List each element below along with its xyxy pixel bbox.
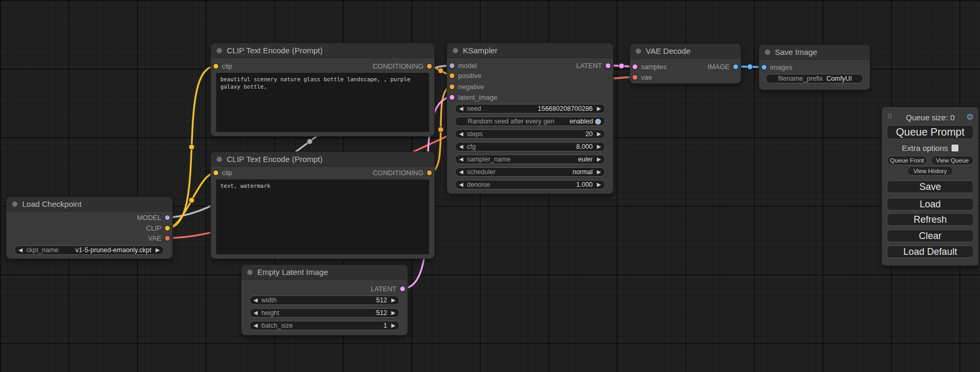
arrow-right-icon[interactable]: ▶	[597, 131, 601, 137]
arrow-left-icon[interactable]: ◀	[254, 323, 258, 328]
arrow-left-icon[interactable]: ◀	[459, 157, 463, 162]
output-slot-vae[interactable]: VAE	[148, 233, 170, 243]
latent-output-port[interactable]	[400, 287, 405, 291]
drag-handle-icon[interactable]: ⠿	[887, 112, 892, 120]
node-collapse-dot[interactable]	[247, 270, 253, 275]
conditioning-input-port[interactable]	[450, 73, 454, 78]
view-history-button[interactable]: View History	[907, 166, 953, 176]
extra-options-checkbox[interactable]	[952, 145, 958, 151]
arrow-right-icon[interactable]: ▶	[391, 323, 395, 328]
positive-prompt-textarea[interactable]: beautiful scenery nature glass bottle la…	[216, 73, 429, 132]
height-widget[interactable]: ◀ height 512 ▶	[249, 308, 400, 318]
seed-widget[interactable]: ◀ seed 156680208700286 ▶	[455, 104, 605, 113]
link-midpoint-dot[interactable]	[189, 197, 194, 203]
steps-widget[interactable]: ◀ steps 20 ▶	[455, 129, 605, 139]
save-button[interactable]: Save	[887, 180, 974, 193]
sampler-name-widget[interactable]: ◀ sampler_name euler ▶	[455, 155, 605, 164]
node-collapse-dot[interactable]	[217, 48, 222, 53]
input-slot-vae[interactable]: vae	[633, 72, 652, 82]
node-title-bar[interactable]: Save Image	[759, 45, 870, 60]
arrow-left-icon[interactable]: ◀	[459, 144, 463, 149]
link-midpoint-dot[interactable]	[189, 144, 194, 149]
vae-output-port[interactable]	[165, 236, 170, 241]
output-slot-latent[interactable]: LATENT	[371, 284, 405, 293]
clip-input-port[interactable]	[214, 170, 218, 175]
arrow-right-icon[interactable]: ▶	[597, 144, 601, 149]
scheduler-widget[interactable]: ◀ scheduler normal ▶	[455, 167, 605, 177]
node-title-bar[interactable]: KSampler	[447, 43, 613, 58]
node-title-bar[interactable]: Load Checkpoint	[6, 197, 172, 212]
arrow-right-icon[interactable]: ▶	[597, 157, 601, 162]
latent-input-port[interactable]	[450, 95, 454, 100]
cfg-widget[interactable]: ◀ cfg 8.000 ▶	[455, 142, 605, 151]
arrow-left-icon[interactable]: ◀	[18, 247, 23, 253]
toggle-dot[interactable]	[595, 119, 601, 125]
node-collapse-dot[interactable]	[636, 49, 641, 54]
denoise-widget[interactable]: ◀ denoise 1.000 ▶	[455, 180, 605, 189]
random-seed-toggle-widget[interactable]: Random seed after every gen enabled	[455, 117, 605, 126]
clear-button[interactable]: Clear	[887, 230, 974, 242]
input-slot-positive[interactable]: positive	[450, 71, 481, 80]
ckpt-name-widget[interactable]: ◀ ckpt_name v1-5-pruned-emaonly.ckpt ▶	[14, 245, 164, 255]
refresh-button[interactable]: Refresh	[887, 213, 974, 226]
load-button[interactable]: Load	[887, 198, 974, 211]
latent-output-port[interactable]	[606, 63, 610, 68]
width-widget[interactable]: ◀ width 512 ▶	[249, 295, 400, 305]
arrow-left-icon[interactable]: ◀	[459, 182, 463, 187]
filename-prefix-widget[interactable]: filename_prefix ComfyUI	[765, 74, 863, 83]
conditioning-input-port[interactable]	[450, 84, 454, 89]
input-slot-clip[interactable]: clip	[214, 168, 232, 177]
conditioning-output-port[interactable]	[427, 64, 432, 69]
negative-prompt-textarea[interactable]: text, watermark	[216, 179, 429, 254]
conditioning-output-port[interactable]	[427, 170, 432, 175]
output-slot-conditioning[interactable]: CONDITIONING	[373, 61, 432, 71]
model-output-port[interactable]	[165, 215, 170, 220]
node-collapse-dot[interactable]	[217, 157, 222, 162]
arrow-left-icon[interactable]: ◀	[254, 298, 258, 303]
gear-icon[interactable]: ⚙	[966, 112, 974, 122]
arrow-left-icon[interactable]: ◀	[459, 169, 463, 175]
output-slot-clip[interactable]: CLIP	[146, 223, 170, 233]
queue-front-button[interactable]: Queue Front	[887, 156, 927, 165]
output-slot-image[interactable]: IMAGE	[707, 62, 738, 71]
arrow-right-icon[interactable]: ▶	[391, 298, 395, 303]
arrow-right-icon[interactable]: ▶	[391, 310, 395, 316]
node-collapse-dot[interactable]	[453, 48, 458, 53]
node-title-bar[interactable]: CLIP Text Encode (Prompt)	[211, 152, 434, 167]
node-title-bar[interactable]: CLIP Text Encode (Prompt)	[211, 43, 434, 58]
output-slot-model[interactable]: MODEL	[137, 213, 170, 222]
arrow-left-icon[interactable]: ◀	[459, 106, 463, 111]
node-title-bar[interactable]: Empty Latent Image	[241, 265, 407, 280]
arrow-right-icon[interactable]: ▶	[597, 182, 601, 187]
link-midpoint-dot[interactable]	[307, 139, 312, 144]
input-slot-samples[interactable]: samples	[633, 62, 666, 71]
arrow-left-icon[interactable]: ◀	[254, 310, 258, 316]
clip-input-port[interactable]	[214, 64, 218, 69]
arrow-right-icon[interactable]: ▶	[597, 169, 601, 175]
node-collapse-dot[interactable]	[12, 202, 17, 207]
arrow-right-icon[interactable]: ▶	[597, 106, 601, 111]
input-slot-clip[interactable]: clip	[214, 61, 232, 71]
link-midpoint-dot[interactable]	[438, 127, 443, 132]
clip-output-port[interactable]	[165, 226, 170, 231]
input-slot-model[interactable]: model	[450, 61, 477, 70]
input-slot-negative[interactable]: negative	[450, 82, 484, 91]
link-midpoint-dot[interactable]	[747, 64, 752, 69]
input-slot-latent-image[interactable]: latent_image	[450, 92, 497, 102]
image-output-port[interactable]	[733, 64, 738, 69]
arrow-right-icon[interactable]: ▶	[156, 247, 160, 253]
view-queue-button[interactable]: View Queue	[931, 156, 974, 165]
latent-input-port[interactable]	[633, 64, 637, 69]
arrow-left-icon[interactable]: ◀	[459, 131, 463, 137]
node-collapse-dot[interactable]	[765, 50, 770, 55]
model-input-port[interactable]	[450, 63, 454, 68]
vae-input-port[interactable]	[633, 75, 637, 80]
batch-size-widget[interactable]: ◀ batch_size 1 ▶	[249, 321, 400, 330]
output-slot-conditioning[interactable]: CONDITIONING	[373, 168, 432, 177]
image-input-port[interactable]	[762, 65, 766, 70]
queue-prompt-button[interactable]: Queue Prompt	[887, 125, 974, 139]
link-midpoint-dot[interactable]	[619, 63, 624, 69]
load-default-button[interactable]: Load Default	[887, 245, 974, 258]
input-slot-images[interactable]: images	[762, 62, 792, 72]
output-slot-latent[interactable]: LATENT	[576, 61, 610, 70]
